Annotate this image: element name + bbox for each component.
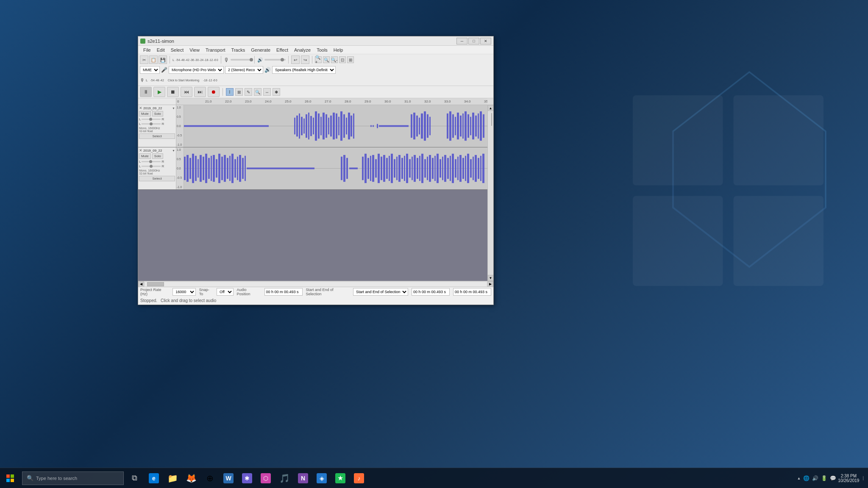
close-button[interactable]: ✕ bbox=[480, 38, 491, 44]
zoom-out-button[interactable]: 🔍- bbox=[331, 56, 338, 63]
maximize-button[interactable]: □ bbox=[468, 38, 479, 44]
track-1-mute[interactable]: Mute bbox=[139, 111, 151, 116]
scale2-1-0: 1.0 bbox=[177, 148, 183, 151]
taskbar-task-view[interactable]: ⧉ bbox=[125, 469, 143, 487]
menu-effect[interactable]: Effect bbox=[273, 47, 291, 53]
redo-button[interactable]: ↪ bbox=[301, 55, 309, 64]
zoom-in-button[interactable]: 🔍+ bbox=[315, 56, 322, 63]
start-button[interactable] bbox=[0, 468, 20, 488]
record-button[interactable]: ⏺ bbox=[208, 87, 220, 97]
taskbar-app-spotify[interactable]: ★ bbox=[331, 469, 349, 487]
track-1-name: 2019_09_22 bbox=[143, 106, 171, 110]
pause-button[interactable]: ⏸ bbox=[140, 87, 152, 97]
zoom-tool-button[interactable]: 🔍 bbox=[254, 88, 262, 96]
h-scroll-thumb[interactable] bbox=[147, 282, 164, 286]
system-clock[interactable]: 2:38 PM 10/26/2019 bbox=[838, 474, 859, 483]
track-2-mute[interactable]: Mute bbox=[139, 153, 151, 159]
track-1-dropdown[interactable]: ▼ bbox=[172, 107, 175, 110]
scroll-up-button[interactable]: ▲ bbox=[488, 105, 494, 111]
envelope-tool-button[interactable]: ⊠ bbox=[235, 88, 243, 96]
tray-arrow[interactable]: ▲ bbox=[797, 476, 801, 480]
input-device-select[interactable]: Microphone (HD Pro Webcam C bbox=[169, 66, 224, 74]
taskbar-app-firefox[interactable]: 🦊 bbox=[182, 469, 200, 487]
select-tool-button[interactable]: I bbox=[226, 88, 234, 96]
taskbar-app-onenote[interactable]: N bbox=[294, 469, 312, 487]
track-1-solo[interactable]: Solo bbox=[152, 111, 163, 116]
taskbar-app-8[interactable]: 🎵 bbox=[275, 469, 293, 487]
taskbar-search[interactable]: 🔍 Type here to search bbox=[22, 471, 124, 485]
snap-to-select[interactable]: Off bbox=[217, 288, 234, 296]
menu-tracks[interactable]: Tracks bbox=[228, 47, 248, 53]
level-l-label: L bbox=[172, 58, 174, 62]
taskbar-app-chrome[interactable]: ⊕ bbox=[201, 469, 219, 487]
status-row-1: Project Rate (Hz) 16000 Snap-To Off Audi… bbox=[138, 287, 493, 297]
selection-start-input[interactable] bbox=[412, 288, 450, 296]
menu-file[interactable]: File bbox=[140, 47, 154, 53]
taskbar-app-10[interactable]: ◈ bbox=[313, 469, 331, 487]
horizontal-scrollbar[interactable]: ◀ ▶ bbox=[138, 281, 493, 287]
tray-battery-icon[interactable]: 🔋 bbox=[821, 475, 827, 481]
track-1-gain-slider[interactable] bbox=[142, 119, 161, 120]
zoom-fit-button[interactable]: ⊡ bbox=[339, 56, 346, 63]
menu-tools[interactable]: Tools bbox=[314, 47, 331, 53]
menu-select[interactable]: Select bbox=[168, 47, 187, 53]
taskbar-app-7[interactable]: ⬡ bbox=[257, 469, 275, 487]
zoom-normal-button[interactable]: 🔍 bbox=[323, 56, 330, 63]
track-2-waveform[interactable] bbox=[184, 147, 487, 189]
tray-volume-icon[interactable]: 🔊 bbox=[812, 475, 818, 481]
selection-end-input[interactable] bbox=[453, 288, 491, 296]
skip-fwd-button[interactable]: ⏭ bbox=[194, 87, 206, 97]
track-2-solo[interactable]: Solo bbox=[152, 153, 163, 159]
track-2-select[interactable]: Select bbox=[139, 176, 175, 181]
tray-notification-icon[interactable]: 💬 bbox=[830, 475, 836, 481]
minimize-button[interactable]: ─ bbox=[456, 38, 467, 44]
stop-button[interactable]: ⏹ bbox=[167, 87, 179, 97]
mic-volume-slider[interactable] bbox=[231, 59, 252, 61]
tray-network-icon[interactable]: 🌐 bbox=[803, 475, 810, 481]
taskbar-app-explorer[interactable]: 📁 bbox=[164, 469, 181, 487]
output-device-select[interactable]: Speakers (Realtek High Definiti bbox=[272, 66, 336, 74]
menu-analyze[interactable]: Analyze bbox=[291, 47, 314, 53]
save-button[interactable]: 💾 bbox=[159, 55, 167, 64]
undo-button[interactable]: ↩ bbox=[291, 55, 300, 64]
track-2-close[interactable]: ✕ bbox=[139, 148, 142, 152]
taskbar-app-word[interactable]: W bbox=[220, 469, 237, 487]
multi-tool-button[interactable]: ✱ bbox=[273, 88, 280, 96]
taskbar-app-audacity[interactable]: ♪ bbox=[350, 469, 368, 487]
menu-edit[interactable]: Edit bbox=[154, 47, 168, 53]
scroll-left-button[interactable]: ◀ bbox=[138, 281, 144, 287]
vertical-scrollbar[interactable]: ▲ ▼ bbox=[487, 105, 493, 281]
svg-rect-31 bbox=[343, 114, 345, 138]
track-1-pan-slider[interactable] bbox=[142, 123, 161, 125]
track-2-dropdown[interactable]: ▼ bbox=[172, 149, 175, 152]
input-channels-select[interactable]: 2 (Stereo) Recordi bbox=[225, 66, 263, 74]
track-1-close[interactable]: ✕ bbox=[139, 106, 142, 110]
open-button[interactable]: 📋 bbox=[149, 55, 158, 64]
show-desktop-button[interactable]: | bbox=[861, 476, 864, 480]
scroll-thumb[interactable] bbox=[491, 113, 492, 126]
new-button[interactable]: ✂ bbox=[140, 55, 148, 64]
zoom-fit-vert-button[interactable]: ⊞ bbox=[347, 56, 354, 63]
track-2-pan-slider[interactable] bbox=[142, 166, 161, 167]
play-button[interactable]: ▶ bbox=[153, 87, 165, 97]
output-volume-slider[interactable] bbox=[264, 59, 286, 61]
menu-help[interactable]: Help bbox=[331, 47, 346, 53]
scroll-right-button[interactable]: ▶ bbox=[487, 281, 493, 287]
project-rate-select[interactable]: 16000 bbox=[172, 288, 195, 296]
menu-view[interactable]: View bbox=[186, 47, 203, 53]
timeshift-tool-button[interactable]: ↔ bbox=[263, 88, 271, 96]
svg-rect-97 bbox=[370, 156, 371, 181]
audio-api-select[interactable]: MME bbox=[140, 66, 160, 74]
menu-generate[interactable]: Generate bbox=[248, 47, 273, 53]
audio-position-input[interactable]: 00 h 00 m 00.493 s bbox=[264, 288, 303, 296]
selection-mode-select[interactable]: Start and End of Selection bbox=[353, 288, 408, 296]
skip-back-button[interactable]: ⏮ bbox=[181, 87, 192, 97]
track-1-waveform[interactable] bbox=[184, 105, 487, 147]
scroll-down-button[interactable]: ▼ bbox=[488, 275, 494, 281]
track-1-select[interactable]: Select bbox=[139, 133, 175, 139]
taskbar-app-edge[interactable]: e bbox=[145, 469, 163, 487]
menu-transport[interactable]: Transport bbox=[203, 47, 228, 53]
track-2-gain-slider[interactable] bbox=[142, 161, 161, 162]
draw-tool-button[interactable]: ✎ bbox=[245, 88, 252, 96]
taskbar-app-6[interactable]: ✱ bbox=[238, 469, 256, 487]
